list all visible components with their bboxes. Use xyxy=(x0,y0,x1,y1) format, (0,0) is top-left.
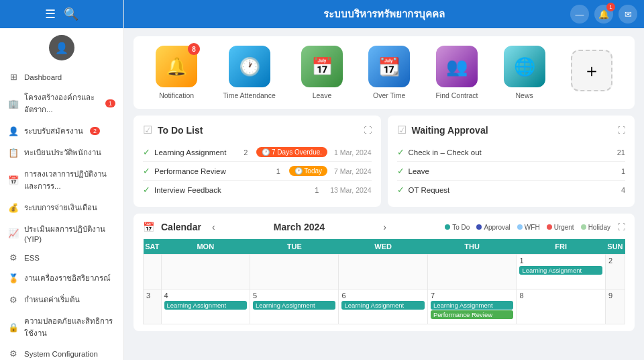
cal-cell[interactable]: 8 xyxy=(517,289,605,324)
legend-item-wfh: WFH xyxy=(517,224,540,231)
mail-button[interactable]: ✉ xyxy=(619,5,637,24)
quick-icon-emoji-leave: 📅 xyxy=(311,56,333,77)
cal-cell[interactable]: 3 xyxy=(144,289,162,324)
cal-cell[interactable]: 7Learning AssignmentPerformance Review xyxy=(427,289,516,324)
quick-icon-overtime[interactable]: 📆 Over Time xyxy=(368,46,410,99)
cal-cell[interactable] xyxy=(250,255,339,289)
cal-day-header-mon: MON xyxy=(161,239,250,255)
sidebar-item-create-org[interactable]: 🏢 โครงสร้างองค์กรและอัตราก... 1 xyxy=(0,87,123,120)
approval-item-name: Leave xyxy=(409,167,617,175)
sidebar-item-yip[interactable]: 📈 ประเมินผลการปฏิบัติงาน (YIP) xyxy=(0,218,123,248)
cal-day-header-fri: FRI xyxy=(517,239,605,255)
quick-icons-panel: 🔔 8 Notification 🕐 Time Attendance 📅 Lea… xyxy=(133,36,635,109)
sidebar-item-payroll[interactable]: 💰 ระบบการจ่ายเงินเดือน xyxy=(0,197,123,218)
quick-icon-box-overtime: 📆 xyxy=(368,46,410,87)
todo-item-name: Interview Feedback xyxy=(154,186,306,194)
sidebar-item-icon-create-org: 🏢 xyxy=(8,99,19,109)
quick-icon-label-overtime: Over Time xyxy=(373,91,405,99)
cal-day-header-thu: THU xyxy=(427,239,516,255)
avatar[interactable]: 👤 xyxy=(49,35,74,60)
notification-button[interactable]: 🔔 1 xyxy=(594,5,613,24)
quick-icon-notification[interactable]: 🔔 8 Notification xyxy=(156,46,197,99)
cal-cell[interactable] xyxy=(161,255,250,289)
sidebar-item-system-config[interactable]: ⚙ System Configuration xyxy=(0,344,123,360)
cal-cell[interactable] xyxy=(144,255,162,289)
minimize-button[interactable]: — xyxy=(570,5,589,24)
todo-item-date: 13 Mar, 2024 xyxy=(330,186,371,194)
sidebar-item-icon-dashboard: ⊞ xyxy=(8,72,19,82)
app-title: ระบบบริหารทรัพยากรบุคคล xyxy=(323,6,445,22)
cal-cell[interactable]: 9 xyxy=(605,289,625,324)
approval-icon: ☑ xyxy=(397,124,407,136)
legend-label: Urgent xyxy=(554,224,574,231)
sidebar-item-salary-define[interactable]: ⚙ กำหนดค่าเริ่มต้น xyxy=(0,289,123,310)
main-area: ระบบบริหารทรัพยากรบุคคล — 🔔 1 ✉ 🔔 8 Noti… xyxy=(124,0,644,360)
todo-item-count: 2 xyxy=(239,148,252,156)
cal-cell[interactable]: 1Learning Assignment xyxy=(517,255,605,289)
sidebar-item-welfare[interactable]: 🔒 ความปลอดภัยและสิทธิการใช้งาน xyxy=(0,310,123,344)
menu-icon[interactable]: ☰ xyxy=(45,7,56,21)
sidebar-item-label-employee-info: ทะเบียนประวัติพนักงาน xyxy=(24,146,101,159)
legend-label: WFH xyxy=(525,224,540,231)
quick-icon-badge-notification: 8 xyxy=(188,43,200,55)
sidebar-item-recruitment[interactable]: 👤 ระบบรับสมัครงาน 2 xyxy=(0,120,123,142)
quick-icon-box-leave: 📅 xyxy=(301,46,343,87)
cal-day-header-sun: SUN xyxy=(605,239,625,255)
cal-cell[interactable]: 4Learning Assignment xyxy=(161,289,250,324)
sidebar-badge-recruitment: 2 xyxy=(90,127,100,135)
cal-day-header-wed: WED xyxy=(339,239,427,255)
approval-list: ✓ Check in – Check out 21 ✓ Leave 1 ✓ OT… xyxy=(397,143,626,199)
cal-cell[interactable]: 6Learning Assignment xyxy=(339,289,427,324)
search-icon[interactable]: 🔍 xyxy=(64,7,78,21)
calendar-header: 📅 Calendar ‹ March 2024 › To DoApprovalW… xyxy=(143,220,625,234)
legend-dot xyxy=(547,224,552,230)
approval-check-icon: ✓ xyxy=(397,147,405,157)
quick-icon-label-news: News xyxy=(516,91,533,99)
cal-day-num: 7 xyxy=(431,291,513,300)
todo-expand-icon[interactable]: ⛶ xyxy=(364,126,372,135)
approval-item: ✓ OT Request 4 xyxy=(397,181,626,199)
sidebar-header: ☰ 🔍 xyxy=(0,0,123,28)
legend-label: Holiday xyxy=(588,224,610,231)
quick-icon-find-contract[interactable]: 👥 Find Contract xyxy=(435,46,478,99)
quick-icon-time-attendance[interactable]: 🕐 Time Attendance xyxy=(223,46,275,99)
calendar-card: 📅 Calendar ‹ March 2024 › To DoApprovalW… xyxy=(133,214,635,331)
sidebar-item-icon-general-info: 🏅 xyxy=(8,273,19,283)
calendar-prev-button[interactable]: ‹ xyxy=(208,220,219,234)
cal-day-header-sat: SAT xyxy=(144,239,162,255)
approval-check-icon: ✓ xyxy=(397,166,405,176)
quick-icon-emoji-add: ＋ xyxy=(583,59,600,83)
legend-dot xyxy=(445,224,450,230)
sidebar-item-employee-info[interactable]: 📋 ทะเบียนประวัติพนักงาน xyxy=(0,142,123,163)
sidebar-item-label-create-org: โครงสร้างองค์กรและอัตราก... xyxy=(24,91,99,116)
legend-label: To Do xyxy=(452,224,470,231)
cal-cell[interactable]: 5Learning Assignment xyxy=(250,289,339,324)
sidebar-item-dashboard[interactable]: ⊞ Dashboard xyxy=(0,67,123,87)
sidebar-item-attendance-policy[interactable]: 📅 การลงเวลาการปฏิบัติงานและการร... xyxy=(0,163,123,197)
todo-check-icon: ✓ xyxy=(143,185,150,195)
sidebar-item-general-info[interactable]: 🏅 งานเครื่องราชอิสริยาภรณ์ xyxy=(0,267,123,289)
approval-check-icon: ✓ xyxy=(397,185,405,195)
calendar-expand-icon[interactable]: ⛶ xyxy=(617,222,625,232)
calendar-next-button[interactable]: › xyxy=(379,220,390,234)
cal-day-num: 2 xyxy=(608,257,622,265)
todo-header: ☑ To Do List ⛶ xyxy=(143,124,372,136)
todo-icon: ☑ xyxy=(143,124,152,136)
approval-expand-icon[interactable]: ⛶ xyxy=(617,126,625,135)
calendar-icon: 📅 xyxy=(143,222,154,232)
todo-item-count: 1 xyxy=(272,167,285,175)
calendar-title: Calendar xyxy=(161,222,201,232)
quick-icon-news[interactable]: 🌐 News xyxy=(504,46,545,99)
cal-day-num: 4 xyxy=(164,291,247,300)
cal-cell[interactable] xyxy=(427,255,516,289)
approval-item: ✓ Check in – Check out 21 xyxy=(397,143,626,162)
quick-icon-leave[interactable]: 📅 Leave xyxy=(301,46,343,99)
cal-cell[interactable]: 2 xyxy=(605,255,625,289)
sidebar-item-label-welfare: ความปลอดภัยและสิทธิการใช้งาน xyxy=(24,315,115,339)
quick-icon-add[interactable]: ＋ xyxy=(571,50,612,95)
cal-event: Learning Assignment xyxy=(253,301,335,310)
cal-event: Learning Assignment xyxy=(431,301,513,310)
sidebar-item-ess[interactable]: ⚙ ESS xyxy=(0,248,123,267)
cal-cell[interactable] xyxy=(339,255,427,289)
legend-label: Approval xyxy=(484,224,510,231)
